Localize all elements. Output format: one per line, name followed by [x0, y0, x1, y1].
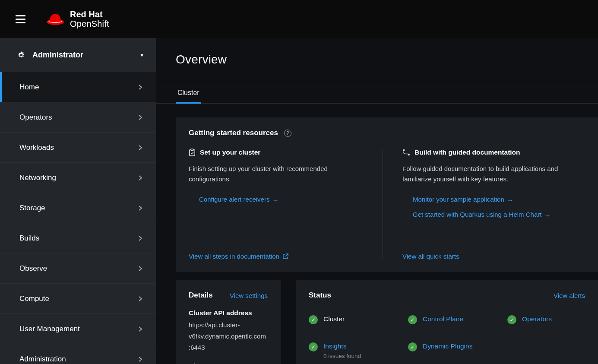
sidebar-item-workloads[interactable]: Workloads [0, 133, 156, 163]
chevron-right-icon [138, 144, 142, 151]
chevron-right-icon [138, 265, 142, 272]
status-title: Status [309, 291, 331, 300]
check-circle-icon: ✓ [408, 342, 417, 351]
status-item-operators: ✓ Operators [507, 315, 598, 324]
perspective-switcher[interactable]: Administrator ▾ [0, 38, 156, 72]
getting-started-title: Getting started resources [189, 129, 278, 137]
control-plane-link[interactable]: Control Plane [423, 315, 463, 323]
check-circle-icon: ✓ [408, 315, 417, 324]
status-item-cluster: ✓ Cluster [309, 315, 408, 324]
chevron-right-icon [138, 356, 142, 363]
sidebar-item-administration[interactable]: Administration [0, 344, 156, 364]
view-all-steps-link[interactable]: View all steps in documentation [189, 253, 370, 260]
status-card: Status View alerts ✓ Cluster ✓ Control P… [296, 280, 598, 364]
perspective-label: Administrator [32, 51, 140, 60]
main-content: Overview Cluster Getting started resourc… [156, 38, 598, 364]
page-header: Overview [156, 38, 598, 81]
getting-started-header: Getting started resources ? [189, 129, 588, 137]
sidebar-item-builds[interactable]: Builds [0, 223, 156, 253]
status-item-insights: ✓ Insights 0 issues found [309, 342, 408, 359]
setup-cluster-heading: Set up your cluster [200, 149, 260, 156]
clipboard-check-icon [189, 149, 196, 156]
guided-docs-icon [402, 149, 410, 156]
status-item-dynamic-plugins: ✓ Dynamic Plugins [408, 342, 507, 359]
nav-toggle-button[interactable] [13, 13, 28, 26]
sidebar-item-observe[interactable]: Observe [0, 253, 156, 284]
help-icon[interactable]: ? [284, 130, 291, 137]
gear-icon [17, 51, 25, 59]
redhat-hat-icon [45, 12, 65, 26]
external-link-icon [283, 253, 288, 259]
cluster-id-field: Cluster ID [189, 362, 268, 364]
sidebar-item-operators[interactable]: Operators [0, 102, 156, 133]
status-item-control-plane: ✓ Control Plane [408, 315, 507, 324]
page-title: Overview [176, 53, 227, 66]
guided-documentation-heading: Build with guided documentation [414, 149, 520, 156]
chevron-right-icon [138, 295, 142, 302]
brand-line2: OpenShift [70, 19, 109, 28]
sidebar-item-storage[interactable]: Storage [0, 193, 156, 223]
details-title: Details [189, 291, 213, 300]
insights-link[interactable]: Insights [323, 342, 346, 350]
arrow-right-icon: → [272, 196, 278, 203]
arrow-right-icon: → [544, 211, 551, 218]
sidebar-item-networking[interactable]: Networking [0, 163, 156, 193]
chevron-right-icon [138, 326, 142, 332]
insights-issues-count: 0 issues found [323, 353, 361, 359]
brand-line1: Red Hat [70, 9, 109, 19]
chevron-right-icon [138, 174, 142, 181]
view-settings-link[interactable]: View settings [230, 292, 268, 299]
dynamic-plugins-link[interactable]: Dynamic Plugins [423, 342, 472, 350]
tab-bar: Cluster [156, 81, 598, 104]
sidebar-nav: Home Operators Workloads Networking Stor… [0, 72, 156, 364]
monitor-sample-application-link[interactable]: Monitor your sample application→ [413, 196, 584, 203]
chevron-right-icon [138, 235, 142, 242]
chevron-right-icon [138, 114, 142, 121]
sidebar-item-user-management[interactable]: User Management [0, 314, 156, 344]
status-cluster-label: Cluster [323, 315, 345, 323]
chevron-right-icon [138, 84, 142, 91]
check-circle-icon: ✓ [309, 342, 318, 351]
tab-cluster[interactable]: Cluster [176, 84, 201, 103]
guided-documentation-section: Build with guided documentation Follow g… [383, 149, 588, 260]
sidebar-item-home[interactable]: Home [0, 72, 156, 102]
sidebar-item-compute[interactable]: Compute [0, 284, 156, 314]
configure-alert-receivers-link[interactable]: Configure alert receivers→ [199, 196, 370, 203]
caret-down-icon: ▾ [140, 52, 143, 58]
view-alerts-link[interactable]: View alerts [554, 292, 585, 299]
check-circle-icon: ✓ [507, 315, 516, 324]
arrow-right-icon: → [507, 196, 513, 203]
cluster-api-address-field: Cluster API address https://api.cluster-… [189, 309, 268, 353]
operators-link[interactable]: Operators [522, 315, 552, 323]
view-all-quick-starts-link[interactable]: View all quick starts [402, 253, 584, 260]
hamburger-icon [16, 15, 25, 16]
getting-started-card: Getting started resources ? Set up your … [176, 117, 598, 272]
chevron-right-icon [138, 205, 142, 212]
masthead: Red Hat OpenShift [0, 0, 598, 38]
setup-cluster-description: Finish setting up your cluster with reco… [189, 164, 361, 184]
guided-documentation-description: Follow guided documentation to build app… [402, 164, 575, 184]
check-circle-icon: ✓ [309, 315, 318, 324]
quarkus-helm-chart-link[interactable]: Get started with Quarkus using a Helm Ch… [413, 211, 584, 218]
details-card: Details View settings Cluster API addres… [176, 280, 281, 364]
brand-logo: Red Hat OpenShift [45, 9, 109, 28]
cluster-api-address-value: https://api.cluster-v6fkv.dynamic.opentl… [189, 320, 268, 353]
sidebar: Administrator ▾ Home Operators Workloads… [0, 38, 156, 364]
content-area: Getting started resources ? Set up your … [156, 104, 598, 364]
setup-cluster-section: Set up your cluster Finish setting up yo… [189, 149, 383, 260]
